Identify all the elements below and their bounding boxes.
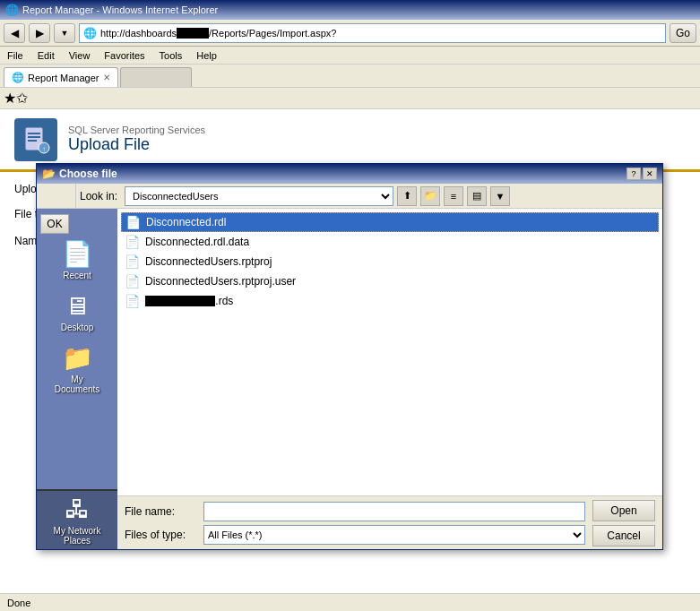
- file-user-icon: 📄: [125, 274, 140, 288]
- file-item-label: .rds: [145, 295, 233, 307]
- sidebar-item-network-places[interactable]: 🖧 My Network Places: [37, 489, 117, 549]
- view-list-button[interactable]: ▤: [467, 186, 487, 206]
- menu-favorites[interactable]: Favorites: [104, 50, 144, 61]
- file-list: 📄 Disconnected.rdl 📄 Disconnected.rdl.da…: [117, 209, 662, 495]
- tab-close-button[interactable]: ✕: [103, 73, 110, 82]
- sidebar-item-desktop[interactable]: 🖥 Desktop: [45, 288, 109, 336]
- view-details-button[interactable]: ≡: [444, 186, 463, 206]
- file-item-rptproj[interactable]: 📄 DisconnectedUsers.rptproj: [121, 252, 659, 271]
- menu-bar: File Edit View Favorites Tools Help: [0, 47, 700, 65]
- view-dropdown-button[interactable]: ▼: [490, 186, 510, 206]
- sidebar-recent-label: Recent: [63, 271, 91, 280]
- status-bar: Done: [0, 593, 700, 611]
- ok-area: [40, 184, 76, 208]
- dialog-left-column: OK 📄 Recent 🖥 Desktop 📁: [37, 209, 117, 549]
- toolbar-icon: ★: [4, 90, 16, 107]
- browser-nav-bar: ◀ ▶ ▼ 🌐 http://dashboards/Reports/Pages/…: [0, 20, 700, 47]
- files-of-type-select[interactable]: All Files (*.*): [203, 525, 585, 545]
- lookin-select[interactable]: DisconnectedUsers: [125, 186, 393, 206]
- file-item-label: DisconnectedUsers.rptproj: [145, 255, 272, 268]
- dialog-titlebar: 📂 Choose file ? ✕: [37, 164, 662, 184]
- file-item-disconnected-rdl-data[interactable]: 📄 Disconnected.rdl.data: [121, 232, 659, 252]
- cancel-button[interactable]: Cancel: [592, 525, 655, 546]
- file-item-disconnected-rdl[interactable]: 📄 Disconnected.rdl: [121, 212, 659, 232]
- dialog-main: 📄 Disconnected.rdl 📄 Disconnected.rdl.da…: [117, 209, 662, 549]
- new-folder-button[interactable]: 📁: [420, 186, 440, 206]
- tab-empty: [120, 67, 192, 87]
- dialog-footer: File name: Files of type: All Files (*.*…: [117, 495, 662, 549]
- menu-view[interactable]: View: [69, 50, 91, 61]
- file-rdl-icon: 📄: [125, 215, 141, 229]
- toolbar-icon2: ✩: [16, 90, 28, 107]
- dialog-help-button[interactable]: ?: [627, 168, 641, 180]
- filetype-row: Files of type: All Files (*.*): [125, 525, 585, 545]
- file-item-label: Disconnected.rdl.data: [145, 236, 249, 248]
- file-name-label: File name:: [125, 505, 196, 518]
- ie-icon: 🌐: [5, 4, 19, 16]
- browser-title-bar: 🌐 Report Manager - Windows Internet Expl…: [0, 0, 700, 20]
- tab-report-manager[interactable]: 🌐 Report Manager ✕: [4, 67, 118, 87]
- my-documents-icon: 📁: [62, 343, 93, 373]
- files-of-type-label: Files of type:: [125, 529, 196, 541]
- go-button[interactable]: Go: [670, 23, 696, 43]
- dialog-overlay: 📂 Choose file ? ✕ Look in: DisconnectedU…: [0, 109, 700, 611]
- dialog-sidebar: 📄 Recent 🖥 Desktop 📁 My Documents �: [37, 209, 117, 549]
- dialog-body: OK 📄 Recent 🖥 Desktop 📁: [37, 209, 662, 549]
- menu-file[interactable]: File: [7, 50, 23, 61]
- file-item-label: DisconnectedUsers.rptproj.user: [145, 275, 296, 288]
- dialog-toolbar: Look in: DisconnectedUsers ⬆ 📁 ≡ ▤ ▼: [37, 184, 662, 209]
- choose-file-dialog: 📂 Choose file ? ✕ Look in: DisconnectedU…: [36, 163, 663, 550]
- status-text: Done: [7, 598, 30, 608]
- sidebar-item-my-documents[interactable]: 📁 My Documents: [45, 340, 109, 398]
- dialog-controls: ? ✕: [627, 168, 657, 180]
- footer-rows: File name: Files of type: All Files (*.*…: [125, 502, 585, 545]
- sidebar-desktop-label: Desktop: [61, 323, 94, 332]
- toolbar-bar: ★ ✩: [0, 88, 700, 109]
- sidebar-item-recent[interactable]: 📄 Recent: [45, 236, 109, 284]
- file-item-label: Disconnected.rdl: [146, 216, 226, 228]
- dialog-title-icon: 📂: [42, 168, 56, 180]
- sidebar-documents-label: My Documents: [48, 374, 106, 394]
- filename-row: File name:: [125, 502, 585, 521]
- forward-button[interactable]: ▶: [29, 23, 50, 43]
- tab-label: Report Manager: [28, 73, 99, 83]
- file-rds-icon: 📄: [125, 294, 140, 308]
- menu-edit[interactable]: Edit: [38, 50, 55, 61]
- menu-tools[interactable]: Tools: [160, 50, 183, 61]
- lookin-label: Look in:: [80, 190, 117, 202]
- nav-up-button[interactable]: ⬆: [397, 186, 417, 206]
- file-item-rds[interactable]: 📄 .rds: [121, 291, 659, 311]
- file-item-rptproj-user[interactable]: 📄 DisconnectedUsers.rptproj.user: [121, 271, 659, 291]
- open-button[interactable]: Open: [592, 500, 655, 521]
- dialog-close-button[interactable]: ✕: [643, 168, 657, 180]
- file-name-input[interactable]: [203, 502, 585, 521]
- menu-help[interactable]: Help: [196, 50, 217, 61]
- browser-title: Report Manager - Windows Internet Explor…: [22, 4, 218, 15]
- dialog-title-text: Choose file: [59, 168, 117, 180]
- network-places-icon: 🖧: [65, 495, 90, 524]
- dropdown-button[interactable]: ▼: [54, 23, 75, 43]
- address-icon: 🌐: [83, 27, 97, 39]
- dialog-title-left: 📂 Choose file: [42, 168, 117, 180]
- file-proj-icon: 📄: [125, 254, 140, 269]
- recent-icon: 📄: [62, 239, 93, 269]
- back-button[interactable]: ◀: [4, 23, 25, 43]
- address-text: http://dashboards/Reports/Pages/Import.a…: [100, 28, 336, 39]
- address-bar[interactable]: 🌐 http://dashboards/Reports/Pages/Import…: [79, 23, 666, 43]
- ok-btn-area: OK: [37, 211, 73, 237]
- footer-buttons: Open Cancel: [592, 500, 655, 546]
- tab-bar: 🌐 Report Manager ✕: [0, 65, 700, 88]
- desktop-icon: 🖥: [65, 291, 90, 321]
- file-data-icon: 📄: [125, 235, 140, 249]
- ok-button[interactable]: OK: [40, 214, 69, 234]
- page-content: ↑ SQL Server Reporting Services Upload F…: [0, 109, 700, 611]
- tab-icon: 🌐: [12, 72, 24, 83]
- sidebar-network-label: My Network Places: [40, 526, 114, 546]
